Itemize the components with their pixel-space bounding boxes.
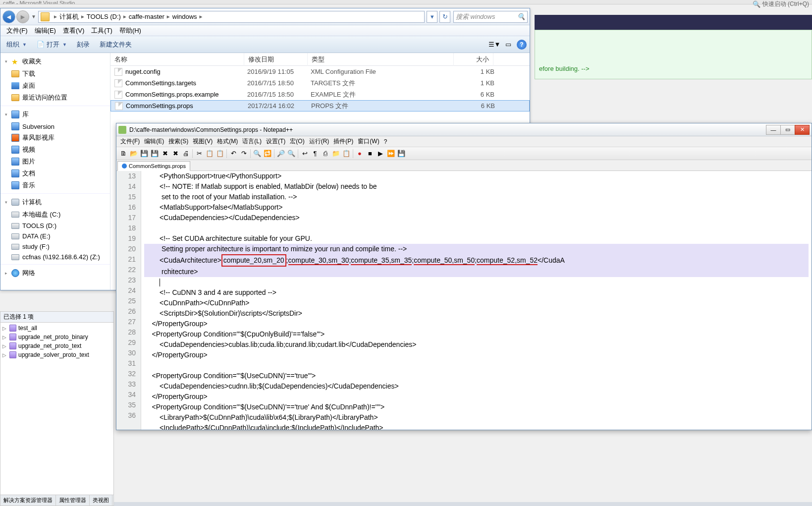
save-icon[interactable]: 💾 [139, 149, 149, 159]
save-macro-icon[interactable]: 💾 [396, 149, 406, 159]
nav-desktop[interactable]: 桌面 [0, 80, 110, 92]
file-row[interactable]: nuget.config2016/9/19 11:05XML Configura… [110, 66, 530, 77]
play-multi-icon[interactable]: ⏩ [386, 149, 396, 159]
folder-view-icon[interactable]: 📁 [331, 149, 341, 159]
menu-file[interactable]: 文件(F) [3, 25, 31, 36]
function-list-icon[interactable]: 📋 [341, 149, 351, 159]
nav-subversion[interactable]: Subversion [0, 121, 110, 132]
network-header[interactable]: ▸网络 [0, 267, 110, 280]
libraries-header[interactable]: ▾库 [0, 108, 110, 121]
tab-solution-explorer[interactable]: 解决方案资源管理器 [0, 495, 56, 506]
menu-search[interactable]: 搜索(S) [166, 136, 190, 147]
new-file-icon[interactable]: 🗎 [118, 149, 128, 159]
minimize-button[interactable]: — [766, 125, 781, 135]
breadcrumb[interactable]: caffe-master [129, 13, 164, 20]
menu-window[interactable]: 窗口(W) [356, 136, 381, 147]
nav-recent[interactable]: 最近访问的位置 [0, 92, 110, 104]
project-item[interactable]: ▷test_all [0, 324, 113, 333]
stop-macro-icon[interactable]: ■ [365, 149, 375, 159]
save-all-icon[interactable]: 💾 [150, 149, 160, 159]
nav-network-drive[interactable]: ccfnas (\\192.168.6.42) (Z:) [0, 252, 110, 262]
zoom-in-icon[interactable]: 🔎 [276, 149, 286, 159]
nav-music[interactable]: 音乐 [0, 179, 110, 191]
tab-class-view[interactable]: 类视图 [90, 495, 112, 506]
quick-launch[interactable]: 🔍 快速启动 (Ctrl+Q) [753, 0, 809, 8]
preview-pane-button[interactable]: ▭ [503, 39, 514, 50]
file-row[interactable]: CommonSettings.targets2016/7/15 18:50TAR… [110, 77, 530, 89]
wrap-icon[interactable]: ↩ [300, 149, 310, 159]
menu-run[interactable]: 运行(R) [307, 136, 331, 147]
breadcrumb[interactable]: TOOLS (D:) [87, 13, 121, 20]
close-all-icon[interactable]: ✖ [170, 149, 180, 159]
explorer-search[interactable]: 搜索 windows 🔍 [453, 11, 528, 23]
copy-icon[interactable]: 📋 [205, 149, 215, 159]
nav-drive-f[interactable]: study (F:) [0, 241, 110, 252]
record-macro-icon[interactable]: ● [355, 149, 365, 159]
code-area[interactable]: <PythonSupport>true</PythonSupport> <!--… [141, 171, 812, 430]
project-item[interactable]: ▷upgrade_solver_proto_text [0, 350, 113, 359]
npp-file-tab[interactable]: CommonSettings.props [117, 161, 190, 171]
play-macro-icon[interactable]: ▶ [376, 149, 385, 159]
nav-baofeng[interactable]: 暴风影视库 [0, 132, 110, 144]
col-header-date[interactable]: 修改日期 [244, 53, 308, 66]
breadcrumb[interactable]: windows [172, 13, 197, 20]
nav-history-dropdown[interactable]: ▼ [30, 10, 37, 23]
nav-drive-e[interactable]: DATA (E:) [0, 231, 110, 241]
computer-header[interactable]: ▾计算机 [0, 196, 110, 209]
col-header-type[interactable]: 类型 [308, 53, 454, 66]
file-row[interactable]: CommonSettings.props2017/2/14 16:02PROPS… [110, 100, 530, 112]
nav-videos[interactable]: 视频 [0, 144, 110, 156]
npp-titlebar[interactable]: D:\caffe-master\windows\CommonSettings.p… [116, 123, 812, 136]
menu-settings[interactable]: 设置(T) [264, 136, 287, 147]
menu-file[interactable]: 文件(F) [118, 136, 142, 147]
indent-guide-icon[interactable]: ⎙ [321, 149, 330, 159]
column-headers[interactable]: 名称 修改日期 类型 大小 [110, 53, 530, 66]
show-symbols-icon[interactable]: ¶ [310, 149, 320, 159]
replace-icon[interactable]: 🔁 [263, 149, 272, 159]
menu-view[interactable]: 查看(V) [60, 25, 87, 36]
open-button[interactable]: 📄打开▼ [34, 39, 70, 51]
nav-documents[interactable]: 文档 [0, 168, 110, 179]
menu-edit[interactable]: 编辑(E) [32, 25, 59, 36]
help-icon[interactable]: ? [517, 40, 527, 50]
menu-view[interactable]: 视图(V) [191, 136, 215, 147]
nav-drive-c[interactable]: 本地磁盘 (C:) [0, 209, 110, 221]
find-icon[interactable]: 🔍 [252, 149, 262, 159]
burn-button[interactable]: 刻录 [74, 39, 93, 51]
project-item[interactable]: ▷upgrade_net_proto_text [0, 341, 113, 350]
print-icon[interactable]: 🖨 [181, 149, 191, 159]
npp-editor[interactable]: 1314151617181920212223242526272829303132… [116, 171, 812, 430]
favorites-header[interactable]: ▾★收藏夹 [0, 55, 110, 68]
close-button[interactable]: ✕ [795, 125, 810, 135]
menu-format[interactable]: 格式(M) [215, 136, 240, 147]
menu-help[interactable]: ? [382, 137, 389, 146]
cut-icon[interactable]: ✂ [194, 149, 204, 159]
redo-icon[interactable]: ↷ [239, 149, 249, 159]
nav-pictures[interactable]: 图片 [0, 156, 110, 168]
maximize-button[interactable]: ▭ [780, 125, 795, 135]
file-row[interactable]: CommonSettings.props.example2016/7/15 18… [110, 89, 530, 100]
address-bar[interactable]: ►计算机 ►TOOLS (D:) ►caffe-master ►windows► [38, 11, 425, 23]
view-options-button[interactable]: ☰▼ [489, 39, 500, 50]
breadcrumb[interactable]: 计算机 [59, 12, 79, 21]
menu-edit[interactable]: 编辑(E) [142, 136, 166, 147]
zoom-out-icon[interactable]: 🔍 [286, 149, 296, 159]
navigation-pane[interactable]: ▾★收藏夹 下载 桌面 最近访问的位置 ▾库 Subversion 暴风影视库 … [0, 53, 110, 290]
menu-help[interactable]: 帮助(H) [116, 25, 144, 36]
project-item[interactable]: ▷upgrade_net_proto_binary [0, 333, 113, 341]
organize-button[interactable]: 组织▼ [3, 39, 30, 51]
paste-icon[interactable]: 📋 [215, 149, 225, 159]
menu-tools[interactable]: 工具(T) [88, 25, 115, 36]
menu-plugins[interactable]: 插件(P) [331, 136, 355, 147]
back-button[interactable]: ◄ [2, 10, 15, 23]
forward-button[interactable]: ► [16, 10, 29, 23]
address-dropdown[interactable]: ▾ [427, 11, 437, 23]
close-file-icon[interactable]: ✖ [160, 149, 170, 159]
new-folder-button[interactable]: 新建文件夹 [97, 39, 135, 51]
undo-icon[interactable]: ↶ [228, 149, 238, 159]
nav-downloads[interactable]: 下载 [0, 68, 110, 80]
col-header-size[interactable]: 大小 [454, 53, 493, 66]
refresh-button[interactable]: ↻ [439, 11, 450, 23]
panel-tabs[interactable]: 解决方案资源管理器 属性管理器 类视图 [0, 495, 113, 506]
col-header-name[interactable]: 名称 [110, 53, 244, 66]
